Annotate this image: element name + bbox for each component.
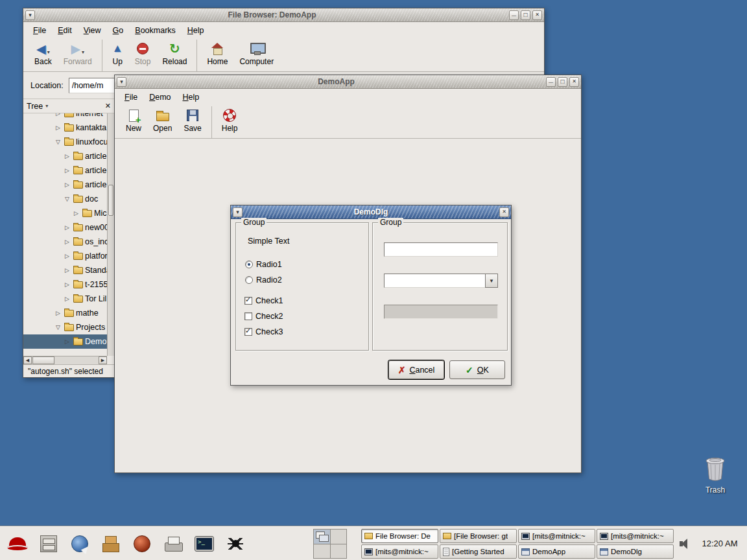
- launcher-button[interactable]: [3, 529, 32, 558]
- menu-item[interactable]: Demo: [143, 91, 176, 104]
- tree-item[interactable]: t-2155: [23, 277, 107, 292]
- expander-icon[interactable]: [65, 181, 71, 188]
- tree-item[interactable]: mathe: [23, 306, 107, 320]
- expander-icon[interactable]: [56, 124, 62, 131]
- expander-icon[interactable]: [65, 196, 71, 202]
- expander-icon[interactable]: [56, 324, 62, 331]
- tree-item[interactable]: internet: [23, 113, 107, 121]
- tree-item[interactable]: linuxfocu: [23, 135, 107, 149]
- workspace-switcher[interactable]: [313, 529, 347, 559]
- launcher-button[interactable]: [65, 529, 95, 558]
- tree-item[interactable]: Standa: [23, 263, 107, 277]
- menu-item[interactable]: View: [78, 24, 107, 37]
- expander-icon[interactable]: [65, 167, 71, 174]
- task-button[interactable]: [mits@mitnick:~: [361, 544, 438, 559]
- radio-option[interactable]: Radio2: [245, 272, 282, 288]
- radio-icon[interactable]: [245, 261, 253, 268]
- toolbar-button[interactable]: ▾ Stop: [129, 40, 157, 71]
- launcher-button[interactable]: [96, 529, 126, 558]
- combo-box[interactable]: ▼: [384, 274, 498, 288]
- file-browser-titlebar[interactable]: File Browser: DemoApp: [23, 8, 544, 22]
- combo-dropdown-icon[interactable]: ▼: [485, 274, 498, 288]
- toolbar-button[interactable]: New: [120, 106, 147, 138]
- close-icon[interactable]: [499, 207, 509, 217]
- checkbox-icon[interactable]: [244, 297, 252, 305]
- demoapp-titlebar[interactable]: DemoApp: [115, 75, 581, 89]
- menu-item[interactable]: File: [119, 91, 143, 104]
- task-button[interactable]: [Getting Started: [440, 544, 517, 559]
- toolbar-button[interactable]: ▾ Forward: [58, 40, 98, 71]
- task-button[interactable]: [mits@mitnick:~: [518, 529, 595, 543]
- expander-icon[interactable]: [65, 239, 71, 245]
- task-button[interactable]: DemoDlg: [597, 544, 674, 559]
- scrollbar-thumb[interactable]: [108, 185, 113, 216]
- sidebar-close-icon[interactable]: ✕: [105, 102, 111, 110]
- checkbox-option[interactable]: Check1: [244, 293, 283, 309]
- close-icon[interactable]: [569, 77, 579, 87]
- checkbox-option[interactable]: Check3: [244, 324, 283, 340]
- toolbar-button[interactable]: ▾ Reload: [156, 40, 193, 71]
- expander-icon[interactable]: [65, 338, 71, 345]
- menu-item[interactable]: Edit: [52, 24, 78, 37]
- minimize-icon[interactable]: [509, 10, 519, 20]
- menu-item[interactable]: Bookmarks: [129, 24, 182, 37]
- trash-desktop-icon[interactable]: Trash: [699, 456, 731, 495]
- launcher-button[interactable]: [220, 529, 250, 558]
- toolbar-button[interactable]: ▾ Back: [29, 40, 58, 71]
- cancel-button[interactable]: Cancel: [388, 360, 444, 379]
- tree-item[interactable]: platfor: [23, 249, 107, 263]
- chevron-down-icon[interactable]: ▾: [82, 49, 84, 55]
- checkbox-icon[interactable]: [244, 328, 252, 336]
- expander-icon[interactable]: [56, 310, 62, 316]
- launcher-button[interactable]: [189, 529, 219, 558]
- tree-item[interactable]: article: [23, 178, 107, 192]
- launcher-button[interactable]: [158, 529, 188, 558]
- ok-button[interactable]: OK: [449, 360, 505, 379]
- close-icon[interactable]: [532, 10, 542, 20]
- task-button[interactable]: [mits@mitnick:~: [597, 529, 674, 543]
- volume-icon[interactable]: [680, 539, 690, 549]
- workspace-1[interactable]: [314, 530, 330, 544]
- checkbox-option[interactable]: Check2: [244, 309, 283, 324]
- scrollbar-track[interactable]: [54, 356, 99, 364]
- expander-icon[interactable]: [65, 281, 71, 288]
- vertical-scrollbar[interactable]: [107, 113, 114, 356]
- tree-item[interactable]: article: [23, 149, 107, 163]
- sidebar-header[interactable]: Tree ▾ ✕: [23, 99, 114, 113]
- scroll-right-icon[interactable]: ▶: [99, 356, 107, 364]
- expander-icon[interactable]: [65, 153, 71, 159]
- minimize-icon[interactable]: [546, 77, 556, 87]
- chevron-down-icon[interactable]: ▾: [47, 49, 50, 55]
- window-menu-icon[interactable]: [117, 77, 126, 87]
- text-input[interactable]: [384, 242, 498, 257]
- task-button[interactable]: File Browser: De: [361, 529, 438, 543]
- toolbar-button[interactable]: ▾ Computer: [233, 40, 279, 71]
- task-button[interactable]: DemoApp: [518, 544, 595, 559]
- task-button[interactable]: [File Browser: gt: [440, 529, 517, 543]
- window-menu-icon[interactable]: [25, 10, 35, 20]
- tree-item[interactable]: Demo: [23, 334, 107, 349]
- menu-item[interactable]: Help: [182, 24, 210, 37]
- toolbar-button[interactable]: ▾ Up: [102, 40, 129, 71]
- expander-icon[interactable]: [65, 296, 71, 302]
- toolbar-button[interactable]: Help: [211, 106, 244, 138]
- expander-icon[interactable]: [65, 253, 71, 259]
- tree-item[interactable]: new00: [23, 220, 107, 235]
- combo-input[interactable]: [384, 274, 485, 288]
- tree-item[interactable]: article: [23, 163, 107, 178]
- workspace-4[interactable]: [331, 544, 347, 559]
- toolbar-button[interactable]: ▾ Home: [196, 40, 233, 71]
- radio-option[interactable]: Radio1: [245, 257, 282, 272]
- maximize-icon[interactable]: [558, 77, 567, 87]
- workspace-3[interactable]: [314, 544, 330, 559]
- expander-icon[interactable]: [65, 267, 71, 274]
- launcher-button[interactable]: [127, 529, 157, 558]
- workspace-2[interactable]: [331, 530, 347, 544]
- tree-item[interactable]: Tor Lil: [23, 292, 107, 306]
- toolbar-button[interactable]: Save: [178, 106, 207, 138]
- menu-item[interactable]: Help: [177, 91, 206, 104]
- scrollbar-thumb[interactable]: [32, 356, 54, 364]
- tree-item[interactable]: Projects: [23, 320, 107, 334]
- maximize-icon[interactable]: [521, 10, 530, 20]
- scroll-left-icon[interactable]: ◀: [23, 356, 32, 364]
